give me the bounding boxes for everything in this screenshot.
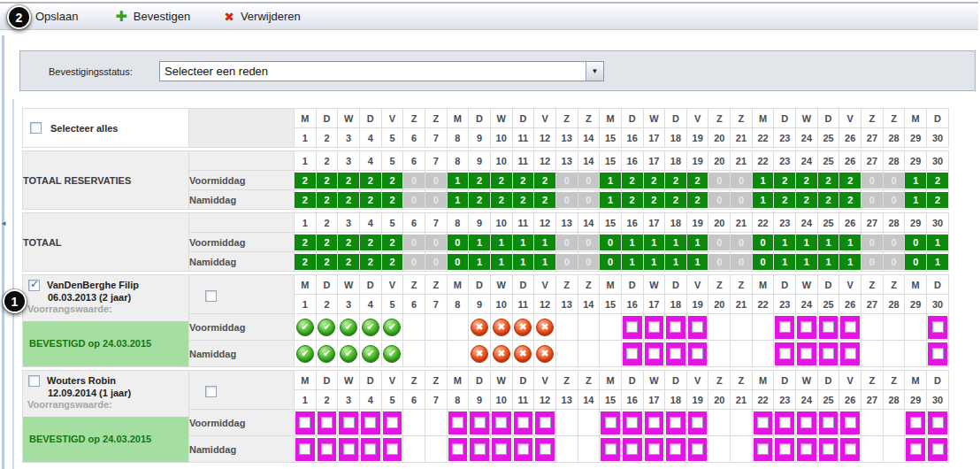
reservable-slot[interactable] [797, 342, 816, 365]
slot-checkbox[interactable] [321, 443, 333, 455]
slot-checkbox[interactable] [692, 443, 703, 455]
reservable-slot[interactable] [906, 411, 925, 434]
reservable-slot[interactable] [470, 438, 489, 461]
slot-checkbox[interactable] [343, 443, 355, 455]
reservable-slot[interactable] [928, 316, 947, 339]
reservable-slot[interactable] [688, 411, 708, 434]
slot-checkbox[interactable] [932, 348, 944, 359]
reservable-slot[interactable] [645, 438, 664, 461]
slot-checkbox[interactable] [670, 348, 681, 359]
reservable-slot[interactable] [819, 438, 838, 461]
slot-checkbox[interactable] [910, 443, 922, 455]
slot-checkbox[interactable] [474, 443, 486, 455]
rejected-cross-icon[interactable]: ✖ [536, 345, 554, 363]
confirmed-check-icon[interactable]: ✔ [383, 319, 401, 336]
reservable-slot[interactable] [775, 342, 794, 365]
reservable-slot[interactable] [339, 438, 358, 461]
slot-checkbox[interactable] [845, 443, 856, 455]
confirmed-check-icon[interactable]: ✔ [318, 319, 335, 336]
slot-checkbox[interactable] [648, 443, 660, 455]
slot-checkbox[interactable] [364, 417, 376, 428]
reservable-slot[interactable] [470, 411, 489, 434]
rejected-cross-icon[interactable]: ✖ [493, 319, 510, 336]
confirmed-check-icon[interactable]: ✔ [362, 345, 379, 363]
slot-checkbox[interactable] [605, 443, 616, 455]
slot-checkbox[interactable] [800, 348, 812, 359]
reservable-slot[interactable] [318, 438, 337, 461]
reservable-slot[interactable] [688, 316, 708, 339]
reservable-slot[interactable] [601, 438, 620, 461]
slot-checkbox[interactable] [648, 348, 660, 359]
confirmed-check-icon[interactable]: ✔ [318, 345, 335, 363]
reservable-slot[interactable] [775, 316, 794, 339]
reservable-slot[interactable] [535, 438, 555, 461]
slot-checkbox[interactable] [800, 417, 812, 428]
reservable-slot[interactable] [754, 411, 773, 434]
reservable-slot[interactable] [295, 411, 315, 434]
reason-select[interactable]: Selecteer een reden ▼ [159, 61, 604, 81]
slot-checkbox[interactable] [800, 443, 812, 455]
reservable-slot[interactable] [339, 411, 358, 434]
slot-checkbox[interactable] [495, 443, 507, 455]
reservable-slot[interactable] [666, 316, 685, 339]
reservable-slot[interactable] [775, 411, 794, 434]
slot-checkbox[interactable] [670, 417, 681, 428]
reservable-slot[interactable] [928, 438, 947, 461]
slot-checkbox[interactable] [517, 417, 529, 428]
reservable-slot[interactable] [318, 411, 337, 434]
reservable-slot[interactable] [797, 438, 816, 461]
slot-checkbox[interactable] [910, 417, 922, 428]
reservable-slot[interactable] [383, 438, 402, 461]
slot-checkbox[interactable] [692, 348, 703, 359]
rejected-cross-icon[interactable]: ✖ [493, 345, 510, 363]
person-checkbox[interactable] [28, 280, 40, 291]
reservable-slot[interactable] [797, 316, 816, 339]
confirmed-check-icon[interactable]: ✔ [296, 345, 314, 363]
slot-checkbox[interactable] [299, 443, 310, 455]
reservable-slot[interactable] [797, 411, 816, 434]
confirmed-check-icon[interactable]: ✔ [383, 345, 401, 363]
slot-checkbox[interactable] [932, 417, 944, 428]
reservable-slot[interactable] [623, 411, 642, 434]
reservable-slot[interactable] [535, 411, 555, 434]
slot-checkbox[interactable] [299, 417, 310, 428]
slot-checkbox[interactable] [452, 443, 463, 455]
confirmed-check-icon[interactable]: ✔ [296, 319, 314, 336]
reservable-slot[interactable] [514, 438, 533, 461]
slot-checkbox[interactable] [823, 443, 834, 455]
reservable-slot[interactable] [840, 438, 860, 461]
reservable-slot[interactable] [514, 411, 533, 434]
reservable-slot[interactable] [840, 316, 860, 339]
reservable-slot[interactable] [361, 411, 380, 434]
reservable-slot[interactable] [906, 438, 925, 461]
splitter-collapse-arrow[interactable]: ◄ [0, 219, 7, 227]
slot-checkbox[interactable] [364, 443, 376, 455]
slot-checkbox[interactable] [321, 417, 333, 428]
reservable-slot[interactable] [645, 342, 664, 365]
reservable-slot[interactable] [775, 438, 794, 461]
rejected-cross-icon[interactable]: ✖ [471, 345, 488, 363]
slot-checkbox[interactable] [626, 443, 638, 455]
rejected-cross-icon[interactable]: ✖ [536, 319, 554, 336]
reservable-slot[interactable] [383, 411, 402, 434]
slot-checkbox[interactable] [932, 443, 944, 455]
slot-checkbox[interactable] [387, 417, 398, 428]
reservable-slot[interactable] [928, 342, 947, 365]
reservable-slot[interactable] [666, 411, 685, 434]
slot-checkbox[interactable] [670, 321, 681, 333]
reservable-slot[interactable] [295, 438, 315, 461]
slot-checkbox[interactable] [779, 443, 791, 455]
slot-checkbox[interactable] [692, 321, 703, 333]
reservable-slot[interactable] [623, 438, 642, 461]
slot-checkbox[interactable] [648, 321, 660, 333]
confirm-button[interactable]: ✚ Bevestigen [115, 10, 190, 23]
slot-checkbox[interactable] [605, 417, 616, 428]
reservable-slot[interactable] [645, 316, 664, 339]
confirmed-check-icon[interactable]: ✔ [362, 319, 379, 336]
reservable-slot[interactable] [754, 438, 773, 461]
reservable-slot[interactable] [492, 438, 511, 461]
reservable-slot[interactable] [819, 411, 838, 434]
reservable-slot[interactable] [492, 411, 511, 434]
slot-checkbox[interactable] [800, 321, 812, 333]
slot-checkbox[interactable] [626, 348, 638, 359]
